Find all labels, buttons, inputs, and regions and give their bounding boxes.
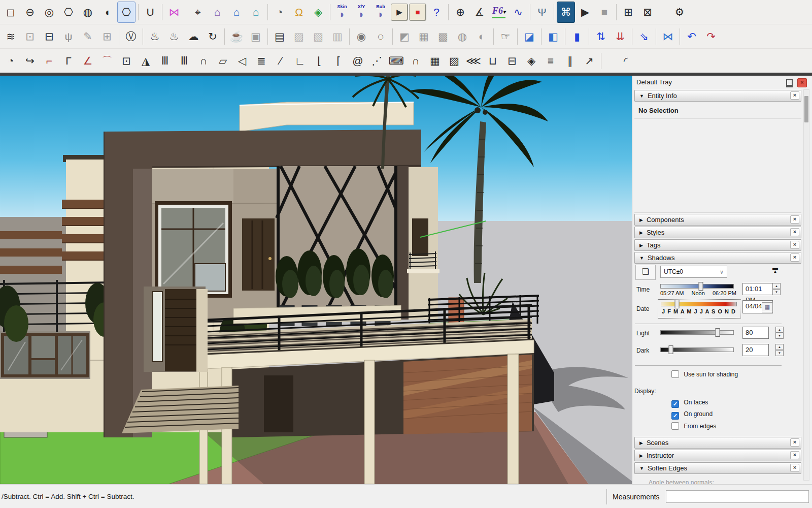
frame-buffer[interactable]: ▤ — [270, 26, 289, 47]
asset-cloud[interactable]: ☁ — [184, 26, 202, 47]
panel-grid[interactable]: ▦ — [426, 50, 444, 72]
details-toggle-icon[interactable]: ▬▲ — [772, 266, 778, 274]
escalator[interactable]: ⋰ — [368, 50, 386, 72]
tool-skin[interactable]: Skin◗ — [333, 2, 351, 23]
hatch-cube[interactable]: ⊟ — [503, 50, 521, 72]
cube-export[interactable]: ⊟ — [40, 26, 58, 47]
paint-face[interactable]: ◧ — [544, 26, 562, 47]
panel-styles-header[interactable]: ▶ Styles × — [634, 227, 801, 238]
shape-dome[interactable]: ◖ — [98, 2, 116, 23]
close-icon[interactable]: × — [790, 438, 799, 447]
tool-ai-head[interactable]: Ψ — [533, 2, 551, 23]
tool-terrain-crystal[interactable]: ◈ — [309, 2, 327, 23]
angle-protractor[interactable]: ∠ — [79, 50, 97, 72]
asset-teapot[interactable]: ♨ — [146, 26, 164, 47]
arrows-sync-blue[interactable]: ⇅ — [592, 26, 610, 47]
dark-slider-handle[interactable] — [669, 345, 673, 354]
sphere-overlap[interactable]: ◉ — [352, 26, 370, 47]
shape-geosphere[interactable]: ◍ — [79, 2, 97, 23]
calendar-icon[interactable]: ▦ — [762, 302, 773, 312]
curve-offset[interactable]: ⌒ — [98, 50, 116, 72]
tool-loft-u[interactable]: U — [141, 2, 159, 23]
corner-edge[interactable]: Γ — [59, 50, 78, 72]
light-slider[interactable] — [660, 330, 734, 335]
column-wrap[interactable]: ∩ — [194, 50, 213, 72]
tool-font-style-f6[interactable]: F6 — [490, 2, 508, 23]
shape-cylinder[interactable]: ⊖ — [21, 2, 39, 23]
close-icon[interactable]: × — [790, 241, 799, 249]
scene-delete-camera[interactable]: ⊠ — [638, 2, 657, 23]
measurements-input[interactable] — [666, 490, 809, 503]
checker-plane[interactable]: ◩ — [395, 26, 414, 47]
pillars-small[interactable]: Ⅲ — [156, 50, 174, 72]
panel-fold[interactable]: ▱ — [214, 50, 232, 72]
date-slider[interactable] — [661, 302, 737, 306]
tool-north-compass[interactable]: ⊕ — [451, 2, 469, 23]
shape-roundbox[interactable]: ◻ — [2, 2, 20, 23]
close-icon[interactable]: × — [790, 464, 799, 472]
settings-gear[interactable]: ⚙ — [670, 2, 689, 23]
checker-sphere-half[interactable]: ◐ — [472, 26, 491, 47]
stairs-flight[interactable]: ⌈ — [329, 50, 348, 72]
arrows-sync-red[interactable]: ⇊ — [611, 26, 629, 47]
tool-record-button[interactable]: ■ — [409, 4, 426, 21]
checker-cube[interactable]: ▦ — [415, 26, 433, 47]
shape-polyhedron[interactable]: ⎔ — [59, 2, 78, 23]
panel-components-header[interactable]: ▶ Components × — [634, 214, 801, 226]
panel-entity-info-header[interactable]: ▼ Entity Info × — [634, 90, 801, 102]
render-cafe[interactable]: ☕ — [227, 26, 246, 47]
panel-hatch[interactable]: ▨ — [445, 50, 463, 72]
arrows-diagonal[interactable]: ⇘ — [635, 26, 653, 47]
frame-teapot-2[interactable]: ▨ — [290, 26, 308, 47]
roof-lines[interactable]: ≡ — [542, 50, 560, 72]
animation-play[interactable]: ▶ — [576, 2, 594, 23]
animation-stop[interactable]: ■ — [595, 2, 614, 23]
dark-slider[interactable] — [660, 347, 734, 352]
shelf-stack[interactable]: ≣ — [252, 50, 270, 72]
tool-shell-rock[interactable]: ◔ — [270, 2, 289, 23]
close-icon[interactable]: × — [790, 215, 799, 224]
panel-scenes-header[interactable]: ▶ Scenes × — [634, 437, 801, 449]
tool-curve-graph[interactable]: ∿ — [509, 2, 527, 23]
columns-u[interactable]: ⊔ — [484, 50, 502, 72]
cube-import[interactable]: ⊡ — [21, 26, 39, 47]
dark-value-input[interactable]: 20 — [742, 344, 769, 356]
tool-help[interactable]: ? — [427, 2, 446, 23]
utc-select[interactable]: UTC±0∨ — [660, 266, 727, 278]
ramp[interactable]: ∕ — [272, 50, 290, 72]
panel-soften-edges-header[interactable]: ▼ Soften Edges × — [634, 462, 801, 474]
time-slider-handle[interactable] — [698, 282, 703, 291]
box-marker[interactable]: ⊡ — [117, 50, 136, 72]
time-slider[interactable] — [660, 284, 734, 289]
pin-icon[interactable] — [786, 79, 793, 87]
window-grid[interactable]: ⊞ — [98, 26, 116, 47]
arrow-out-cube[interactable]: ↗ — [580, 50, 598, 72]
corner-fillet[interactable]: ⌐ — [40, 50, 58, 72]
stairs-zig[interactable]: ⌊ — [310, 50, 328, 72]
close-icon[interactable]: × — [790, 253, 799, 262]
export-arrow[interactable]: ↪ — [21, 50, 39, 72]
panel-wedge[interactable]: ◁ — [233, 50, 251, 72]
date-slider-handle[interactable] — [675, 300, 680, 308]
shape-torus[interactable]: ◎ — [40, 2, 58, 23]
flip-hourglass[interactable]: ⋈ — [659, 26, 677, 47]
bamboo-fence[interactable]: ∥ — [561, 50, 579, 72]
frame-lock[interactable]: ▥ — [328, 26, 347, 47]
arc-wedge[interactable]: ◜ — [617, 50, 635, 72]
shell-cut[interactable]: ◔ — [2, 50, 20, 72]
frame-teapot[interactable]: ▣ — [247, 26, 265, 47]
tool-run-button[interactable]: ▶ — [391, 4, 408, 21]
on-ground-checkbox[interactable] — [671, 412, 679, 420]
paint-edge[interactable]: ▮ — [568, 26, 586, 47]
hatch-diamond[interactable]: ◈ — [522, 50, 540, 72]
component-house-purple[interactable]: ⌂ — [208, 2, 226, 23]
viewport-3d[interactable] — [0, 76, 632, 484]
time-spinner[interactable]: ▲▼ — [772, 283, 781, 295]
deck-board[interactable]: ⌨ — [387, 50, 405, 72]
section-plane[interactable]: ≋ — [2, 26, 20, 47]
redo-red[interactable]: ↷ — [702, 26, 720, 47]
tool-xy[interactable]: X/Y◗ — [352, 2, 370, 23]
cube-hand[interactable]: ☞ — [496, 26, 515, 47]
close-icon[interactable]: × — [790, 91, 799, 100]
panel-shadows-header[interactable]: ▼ Shadows × — [634, 252, 801, 264]
